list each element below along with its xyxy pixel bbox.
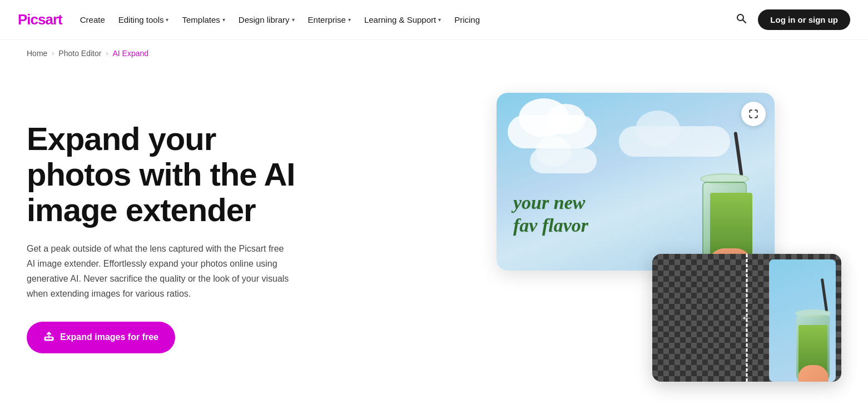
breadcrumb-home[interactable]: Home	[27, 49, 47, 58]
secondary-cup	[795, 298, 831, 382]
nav-learning-support[interactable]: Learning & Support ▾	[364, 15, 441, 24]
expand-images-button[interactable]: Expand images for free	[27, 322, 175, 353]
logo[interactable]: Picsart	[18, 11, 62, 28]
secondary-straw	[821, 278, 828, 312]
chevron-down-icon: ▾	[348, 17, 351, 23]
straw	[733, 132, 743, 176]
nav-right: Log in or sign up	[736, 9, 850, 30]
checker-background: ←	[652, 254, 841, 382]
breadcrumb-current: AI Expand	[112, 49, 148, 58]
nav-create[interactable]: Create	[80, 15, 105, 24]
nav-editing-tools[interactable]: Editing tools ▾	[118, 15, 169, 24]
nav-enterprise[interactable]: Enterprise ▾	[308, 15, 351, 24]
navbar: Picsart Create Editing tools ▾ Templates…	[0, 0, 868, 40]
hero-title: Expand your photos with the AI image ext…	[27, 121, 327, 227]
hero-left: Expand your photos with the AI image ext…	[27, 121, 327, 353]
login-button[interactable]: Log in or sign up	[758, 9, 850, 30]
nav-templates[interactable]: Templates ▾	[182, 15, 225, 24]
breadcrumb-photo-editor[interactable]: Photo Editor	[58, 49, 101, 58]
card-tagline: your new fav flavor	[513, 192, 588, 237]
secondary-drink-inner	[769, 259, 836, 382]
breadcrumb-sep-2: ›	[106, 49, 108, 57]
chevron-down-icon: ▾	[438, 17, 441, 23]
upload-icon	[43, 331, 54, 344]
hero-section: Expand your photos with the AI image ext…	[0, 67, 868, 419]
nav-left: Picsart Create Editing tools ▾ Templates…	[18, 11, 480, 28]
hero-secondary-card: ←	[652, 254, 841, 382]
secondary-drink-area	[769, 259, 836, 382]
nav-links: Create Editing tools ▾ Templates ▾ Desig…	[80, 15, 480, 24]
nav-pricing[interactable]: Pricing	[454, 15, 480, 24]
svg-line-1	[743, 20, 746, 23]
cloud-decoration-2	[530, 148, 597, 173]
hero-image-composition: your new fav flavor	[497, 93, 841, 382]
chevron-down-icon: ▾	[292, 17, 295, 23]
nav-design-library[interactable]: Design library ▾	[239, 15, 295, 24]
hero-description: Get a peak outside of what the lens capt…	[27, 241, 294, 302]
hero-main-card: your new fav flavor	[497, 93, 775, 271]
fullscreen-button[interactable]	[741, 102, 766, 126]
chevron-down-icon: ▾	[166, 17, 168, 23]
breadcrumb-sep-1: ›	[52, 49, 54, 57]
cta-label: Expand images for free	[60, 332, 158, 342]
search-button[interactable]	[736, 13, 747, 27]
arrow-icon: ←	[737, 308, 757, 328]
breadcrumb: Home › Photo Editor › AI Expand	[0, 40, 868, 67]
chevron-down-icon: ▾	[222, 17, 225, 23]
